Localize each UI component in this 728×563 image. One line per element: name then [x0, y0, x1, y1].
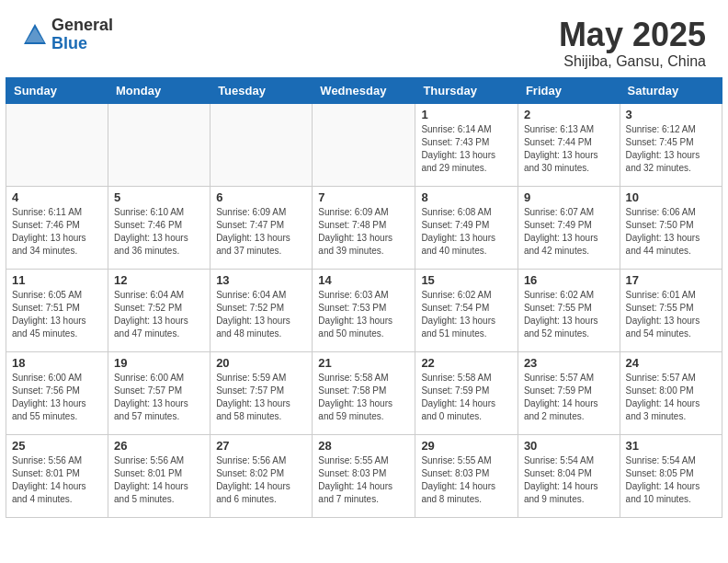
day-info: Sunrise: 6:04 AMSunset: 7:52 PMDaylight:…	[114, 289, 204, 340]
logo-general: General	[51, 17, 113, 35]
day-info: Sunrise: 5:55 AMSunset: 8:03 PMDaylight:…	[421, 454, 511, 506]
calendar-cell: 19Sunrise: 6:00 AMSunset: 7:57 PMDayligh…	[108, 351, 210, 434]
location: Shijiba, Gansu, China	[559, 53, 706, 70]
day-number: 15	[421, 273, 511, 287]
day-number: 9	[524, 190, 614, 204]
calendar-cell: 7Sunrise: 6:09 AMSunset: 7:48 PMDaylight…	[313, 186, 415, 269]
day-number: 19	[114, 356, 204, 370]
calendar-cell: 1Sunrise: 6:14 AMSunset: 7:43 PMDaylight…	[415, 103, 518, 186]
day-info: Sunrise: 5:56 AMSunset: 8:02 PMDaylight:…	[216, 454, 306, 506]
day-number: 7	[318, 190, 409, 204]
day-info: Sunrise: 6:12 AMSunset: 7:45 PMDaylight:…	[626, 123, 716, 175]
calendar-cell: 8Sunrise: 6:08 AMSunset: 7:49 PMDaylight…	[415, 186, 518, 269]
calendar-cell: 22Sunrise: 5:58 AMSunset: 7:59 PMDayligh…	[415, 351, 518, 434]
day-info: Sunrise: 6:02 AMSunset: 7:55 PMDaylight:…	[524, 289, 614, 340]
day-info: Sunrise: 6:09 AMSunset: 7:48 PMDaylight:…	[318, 206, 409, 258]
calendar-cell: 18Sunrise: 6:00 AMSunset: 7:56 PMDayligh…	[6, 351, 108, 434]
day-info: Sunrise: 5:58 AMSunset: 7:59 PMDaylight:…	[421, 372, 511, 423]
calendar-cell: 17Sunrise: 6:01 AMSunset: 7:55 PMDayligh…	[620, 269, 722, 351]
col-friday: Friday	[518, 77, 620, 103]
day-number: 12	[114, 273, 204, 287]
day-number: 16	[524, 273, 614, 287]
day-info: Sunrise: 6:10 AMSunset: 7:46 PMDaylight:…	[114, 206, 204, 258]
day-info: Sunrise: 6:05 AMSunset: 7:51 PMDaylight:…	[12, 289, 102, 340]
calendar-cell: 30Sunrise: 5:54 AMSunset: 8:04 PMDayligh…	[518, 434, 620, 517]
day-number: 27	[216, 439, 306, 453]
day-number: 30	[524, 439, 614, 453]
day-number: 2	[524, 108, 614, 121]
calendar-cell: 9Sunrise: 6:07 AMSunset: 7:49 PMDaylight…	[518, 186, 620, 269]
day-number: 18	[12, 356, 102, 370]
calendar-cell: 23Sunrise: 5:57 AMSunset: 7:59 PMDayligh…	[518, 351, 620, 434]
day-number: 31	[626, 439, 716, 453]
header-row: Sunday Monday Tuesday Wednesday Thursday…	[6, 77, 722, 103]
calendar-cell	[313, 103, 415, 186]
day-number: 20	[216, 356, 306, 370]
calendar-cell	[210, 103, 313, 186]
day-number: 17	[626, 273, 716, 287]
calendar-cell: 4Sunrise: 6:11 AMSunset: 7:46 PMDaylight…	[6, 186, 108, 269]
page-header: General Blue May 2025 Shijiba, Gansu, Ch…	[0, 0, 728, 77]
col-sunday: Sunday	[6, 77, 108, 103]
calendar-table: Sunday Monday Tuesday Wednesday Thursday…	[6, 77, 722, 518]
day-number: 6	[216, 190, 306, 204]
calendar-cell: 10Sunrise: 6:06 AMSunset: 7:50 PMDayligh…	[620, 186, 722, 269]
calendar-cell: 13Sunrise: 6:04 AMSunset: 7:52 PMDayligh…	[210, 269, 313, 351]
calendar-cell: 12Sunrise: 6:04 AMSunset: 7:52 PMDayligh…	[108, 269, 210, 351]
calendar-week-1: 4Sunrise: 6:11 AMSunset: 7:46 PMDaylight…	[6, 186, 722, 269]
calendar-cell	[108, 103, 210, 186]
calendar-week-4: 25Sunrise: 5:56 AMSunset: 8:01 PMDayligh…	[6, 434, 722, 517]
day-number: 25	[12, 439, 102, 453]
calendar-cell: 24Sunrise: 5:57 AMSunset: 8:00 PMDayligh…	[620, 351, 722, 434]
day-number: 21	[318, 356, 409, 370]
calendar-header: Sunday Monday Tuesday Wednesday Thursday…	[6, 77, 722, 103]
logo-text: General Blue	[51, 17, 113, 53]
day-number: 26	[114, 439, 204, 453]
col-thursday: Thursday	[415, 77, 518, 103]
calendar-cell: 5Sunrise: 6:10 AMSunset: 7:46 PMDaylight…	[108, 186, 210, 269]
calendar-cell: 15Sunrise: 6:02 AMSunset: 7:54 PMDayligh…	[415, 269, 518, 351]
day-info: Sunrise: 6:14 AMSunset: 7:43 PMDaylight:…	[421, 123, 511, 175]
day-info: Sunrise: 5:55 AMSunset: 8:03 PMDaylight:…	[318, 454, 409, 506]
day-number: 29	[421, 439, 511, 453]
day-info: Sunrise: 5:54 AMSunset: 8:04 PMDaylight:…	[524, 454, 614, 506]
day-number: 24	[626, 356, 716, 370]
month-year: May 2025	[559, 17, 706, 53]
col-wednesday: Wednesday	[313, 77, 415, 103]
day-info: Sunrise: 6:11 AMSunset: 7:46 PMDaylight:…	[12, 206, 102, 258]
day-number: 13	[216, 273, 306, 287]
calendar-cell: 6Sunrise: 6:09 AMSunset: 7:47 PMDaylight…	[210, 186, 313, 269]
calendar-cell: 27Sunrise: 5:56 AMSunset: 8:02 PMDayligh…	[210, 434, 313, 517]
calendar-cell	[6, 103, 108, 186]
day-info: Sunrise: 5:56 AMSunset: 8:01 PMDaylight:…	[114, 454, 204, 506]
calendar-cell: 21Sunrise: 5:58 AMSunset: 7:58 PMDayligh…	[313, 351, 415, 434]
calendar-cell: 20Sunrise: 5:59 AMSunset: 7:57 PMDayligh…	[210, 351, 313, 434]
svg-marker-1	[26, 28, 44, 42]
day-info: Sunrise: 5:56 AMSunset: 8:01 PMDaylight:…	[12, 454, 102, 506]
day-number: 4	[12, 190, 102, 204]
calendar-body: 1Sunrise: 6:14 AMSunset: 7:43 PMDaylight…	[6, 103, 722, 517]
day-info: Sunrise: 5:54 AMSunset: 8:05 PMDaylight:…	[626, 454, 716, 506]
col-monday: Monday	[108, 77, 210, 103]
calendar-cell: 2Sunrise: 6:13 AMSunset: 7:44 PMDaylight…	[518, 103, 620, 186]
day-info: Sunrise: 6:07 AMSunset: 7:49 PMDaylight:…	[524, 206, 614, 258]
calendar-wrapper: Sunday Monday Tuesday Wednesday Thursday…	[0, 77, 728, 523]
logo-blue: Blue	[51, 35, 113, 53]
day-info: Sunrise: 6:00 AMSunset: 7:56 PMDaylight:…	[12, 372, 102, 423]
day-info: Sunrise: 6:06 AMSunset: 7:50 PMDaylight:…	[626, 206, 716, 258]
day-info: Sunrise: 5:57 AMSunset: 7:59 PMDaylight:…	[524, 372, 614, 423]
calendar-cell: 26Sunrise: 5:56 AMSunset: 8:01 PMDayligh…	[108, 434, 210, 517]
day-info: Sunrise: 5:57 AMSunset: 8:00 PMDaylight:…	[626, 372, 716, 423]
day-info: Sunrise: 6:13 AMSunset: 7:44 PMDaylight:…	[524, 123, 614, 175]
col-saturday: Saturday	[620, 77, 722, 103]
day-number: 14	[318, 273, 409, 287]
calendar-cell: 16Sunrise: 6:02 AMSunset: 7:55 PMDayligh…	[518, 269, 620, 351]
day-number: 3	[626, 108, 716, 121]
day-number: 11	[12, 273, 102, 287]
calendar-week-2: 11Sunrise: 6:05 AMSunset: 7:51 PMDayligh…	[6, 269, 722, 351]
day-number: 8	[421, 190, 511, 204]
logo-icon	[22, 22, 48, 48]
day-number: 10	[626, 190, 716, 204]
day-info: Sunrise: 5:58 AMSunset: 7:58 PMDaylight:…	[318, 372, 409, 423]
calendar-cell: 28Sunrise: 5:55 AMSunset: 8:03 PMDayligh…	[313, 434, 415, 517]
